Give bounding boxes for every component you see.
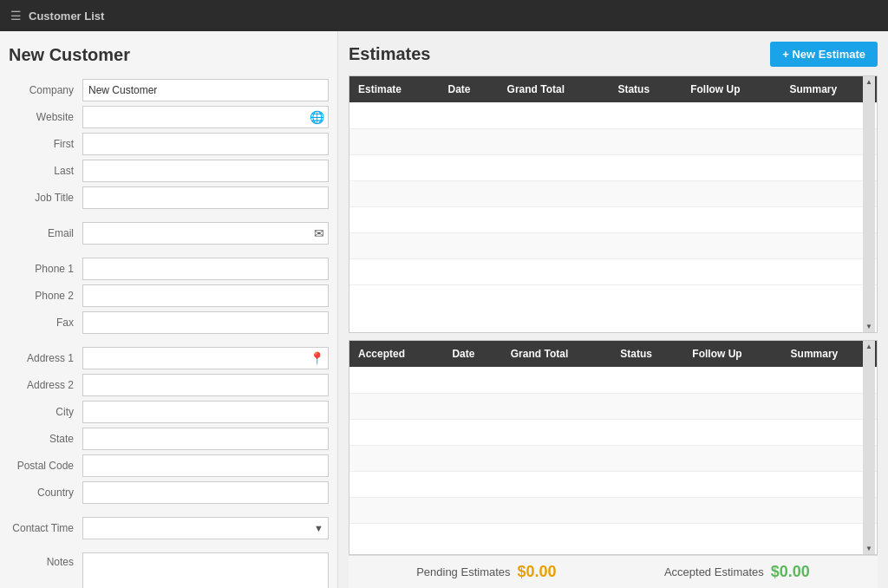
accepted-col-status: Status [611, 341, 683, 367]
last-input-wrap [82, 160, 329, 182]
email-row: Email ✉ [9, 222, 329, 245]
website-input[interactable] [82, 106, 329, 128]
email-input[interactable] [82, 222, 329, 245]
table-row [349, 232, 877, 258]
state-input[interactable] [82, 428, 329, 450]
estimates-table: Estimate Date Grand Total Status Follow … [349, 76, 877, 285]
website-input-wrap: 🌐 [82, 106, 329, 128]
fax-row: Fax [9, 311, 329, 334]
country-row: Country [9, 481, 329, 504]
estimates-scrollbar[interactable]: ▲ ▼ [863, 76, 875, 332]
state-input-wrap [82, 428, 329, 450]
accepted-amount: $0.00 [771, 563, 810, 581]
country-input[interactable] [82, 481, 329, 504]
last-input[interactable] [82, 160, 329, 182]
address2-input-wrap [82, 374, 329, 396]
accepted-col-grand-total: Grand Total [502, 341, 612, 367]
email-label: Email [9, 227, 82, 239]
accepted-col-follow-up: Follow Up [683, 341, 781, 367]
table-row [349, 258, 877, 284]
phone1-input-wrap [82, 258, 329, 280]
job-title-label: Job Title [9, 192, 82, 204]
state-label: State [9, 433, 82, 445]
job-title-input[interactable] [82, 186, 329, 209]
phone2-input[interactable] [82, 284, 329, 307]
pending-amount: $0.00 [518, 563, 557, 581]
address1-label: Address 1 [9, 352, 82, 364]
footer-bar: Pending Estimates $0.00 Accepted Estimat… [349, 555, 878, 588]
fax-input[interactable] [82, 311, 329, 334]
table-row [349, 102, 877, 128]
accepted-table: Accepted Date Grand Total Status Follow … [349, 341, 877, 524]
fax-label: Fax [9, 317, 82, 329]
contact-time-input-wrap: Morning Afternoon Evening ▼ [82, 517, 329, 539]
scroll-up-arrow[interactable]: ▲ [865, 78, 872, 86]
table-row [349, 471, 877, 497]
accepted-table-wrap: Accepted Date Grand Total Status Follow … [349, 340, 878, 555]
first-row: First [9, 133, 329, 155]
pending-estimates-item: Pending Estimates $0.00 [416, 563, 556, 581]
notes-input[interactable] [82, 552, 329, 588]
country-label: Country [9, 487, 82, 499]
website-label: Website [9, 111, 82, 123]
postal-code-label: Postal Code [9, 460, 82, 472]
address1-row: Address 1 📍 [9, 347, 329, 369]
phone1-row: Phone 1 [9, 258, 329, 280]
top-nav: ☰ Customer List [0, 0, 888, 31]
right-header: Estimates + New Estimate [349, 42, 878, 67]
table-row [349, 497, 877, 523]
accepted-table-header: Accepted Date Grand Total Status Follow … [349, 341, 877, 367]
city-label: City [9, 406, 82, 418]
scroll-down-arrow[interactable]: ▼ [865, 323, 872, 330]
accepted-scrollbar[interactable]: ▲ ▼ [863, 341, 875, 554]
first-input[interactable] [82, 133, 329, 155]
last-row: Last [9, 160, 329, 182]
estimates-col-follow-up: Follow Up [682, 76, 780, 102]
phone1-input[interactable] [82, 258, 329, 280]
estimates-title: Estimates [349, 44, 431, 64]
city-input[interactable] [82, 401, 329, 423]
first-input-wrap [82, 133, 329, 155]
table-row [349, 180, 877, 206]
company-input-wrap [82, 79, 329, 101]
table-row [349, 154, 877, 180]
notes-row: Notes [9, 552, 329, 588]
estimates-table-header: Estimate Date Grand Total Status Follow … [349, 76, 877, 102]
new-estimate-button[interactable]: + New Estimate [770, 42, 878, 67]
address2-row: Address 2 [9, 374, 329, 396]
contact-time-row: Contact Time Morning Afternoon Evening ▼ [9, 517, 329, 539]
accepted-estimates-item: Accepted Estimates $0.00 [664, 563, 810, 581]
postal-code-row: Postal Code [9, 454, 329, 477]
email-input-wrap: ✉ [82, 222, 329, 245]
right-panel: Estimates + New Estimate Estimate Date G… [338, 31, 888, 588]
contact-time-select[interactable]: Morning Afternoon Evening [82, 517, 329, 539]
postal-code-input[interactable] [82, 454, 329, 477]
main-layout: New Customer Company Website 🌐 First La [0, 31, 888, 588]
company-input[interactable] [82, 79, 329, 101]
company-label: Company [9, 84, 82, 96]
address2-label: Address 2 [9, 379, 82, 391]
accepted-col-date: Date [443, 341, 501, 367]
pending-label: Pending Estimates [416, 565, 510, 578]
country-input-wrap [82, 481, 329, 504]
estimates-col-grand-total: Grand Total [499, 76, 610, 102]
address1-input[interactable] [82, 347, 329, 369]
website-row: Website 🌐 [9, 106, 329, 128]
fax-input-wrap [82, 311, 329, 334]
last-label: Last [9, 165, 82, 177]
state-row: State [9, 428, 329, 450]
city-input-wrap [82, 401, 329, 423]
table-row [349, 128, 877, 154]
first-label: First [9, 138, 82, 150]
nav-title: Customer List [29, 10, 104, 23]
phone1-label: Phone 1 [9, 263, 82, 275]
table-row [349, 367, 877, 393]
scroll-up-arrow[interactable]: ▲ [865, 343, 872, 350]
hamburger-icon[interactable]: ☰ [10, 9, 22, 23]
address1-input-wrap: 📍 [82, 347, 329, 369]
scroll-down-arrow[interactable]: ▼ [865, 545, 872, 552]
table-row [349, 393, 877, 419]
address2-input[interactable] [82, 374, 329, 396]
estimates-col-estimate: Estimate [349, 76, 440, 102]
postal-code-input-wrap [82, 454, 329, 477]
